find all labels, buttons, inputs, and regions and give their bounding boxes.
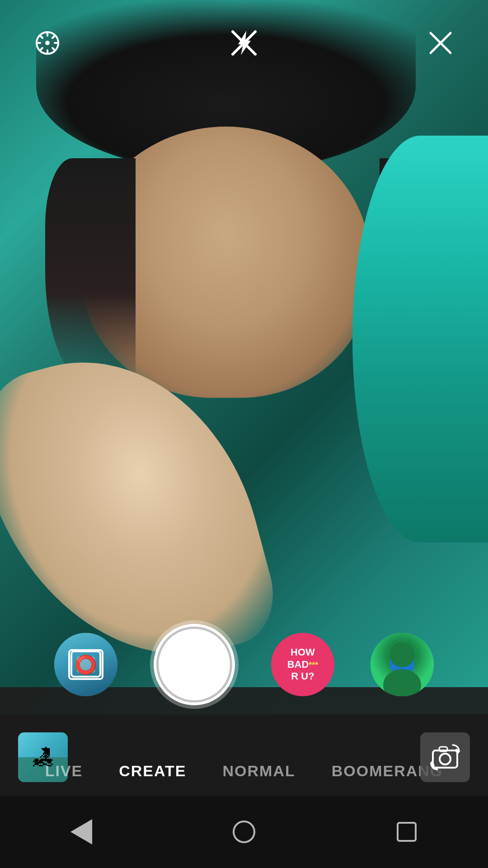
svg-line-8 [52, 35, 55, 38]
camera-viewfinder [0, 0, 488, 714]
svg-point-17 [440, 754, 450, 764]
svg-point-14 [389, 642, 415, 667]
tab-create[interactable]: CREATE [101, 758, 204, 784]
settings-button[interactable] [32, 27, 63, 59]
back-button[interactable] [63, 814, 99, 850]
android-nav-bar [0, 796, 488, 868]
tab-normal[interactable]: NORMAL [205, 758, 314, 784]
bad-sticker-label: HOW BAD*** R U? [287, 646, 319, 682]
flip-camera-button[interactable] [420, 732, 470, 782]
svg-point-1 [45, 41, 50, 45]
profile-avatar [371, 633, 434, 696]
home-button[interactable] [226, 814, 262, 850]
capture-button[interactable] [154, 624, 235, 705]
flash-toggle-button[interactable] [228, 27, 260, 59]
recents-button[interactable] [389, 814, 425, 850]
tab-live[interactable]: LIVE [27, 758, 101, 784]
gallery-filter-thumb[interactable] [54, 633, 117, 696]
svg-line-9 [40, 48, 42, 51]
top-controls-bar [0, 0, 488, 59]
camera-controls-row: HOW BAD*** R U? [0, 615, 488, 714]
photo-overlay [45, 158, 136, 384]
camera-mode-bar: LIVE CREATE NORMAL BOOMERANG [0, 750, 488, 791]
svg-point-15 [383, 669, 421, 696]
bad-sticker-filter[interactable]: HOW BAD*** R U? [271, 633, 334, 696]
svg-line-6 [40, 35, 42, 38]
photo-overlay [352, 136, 488, 542]
svg-rect-18 [439, 747, 447, 751]
close-button[interactable] [425, 27, 456, 59]
profile-filter-thumb[interactable] [371, 633, 434, 696]
svg-line-7 [52, 48, 55, 51]
